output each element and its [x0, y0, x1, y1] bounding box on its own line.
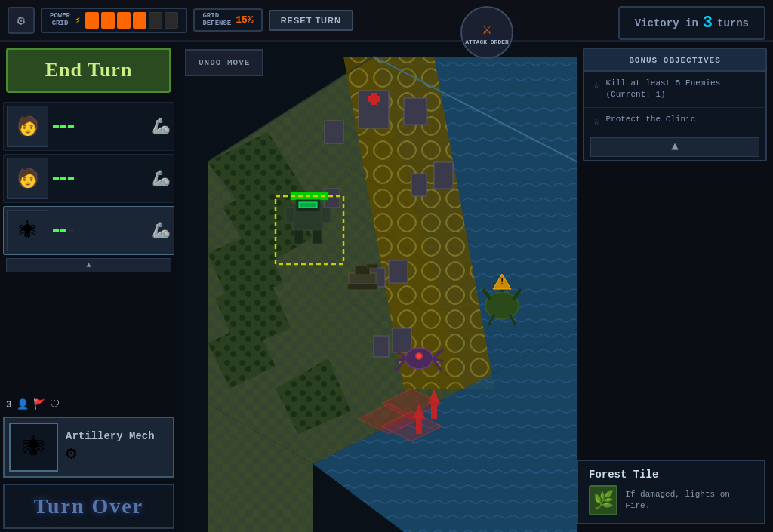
- svg-rect-35: [434, 162, 453, 189]
- unit-count-icon: 👤: [17, 398, 29, 411]
- svg-rect-56: [347, 284, 377, 290]
- attack-order-button[interactable]: ⚔ ATTACK ORDER: [460, 6, 513, 59]
- game-map[interactable]: !: [177, 42, 577, 532]
- svg-text:!: !: [499, 277, 504, 288]
- unit-shield-icon: 🛡: [50, 399, 60, 411]
- end-turn-button[interactable]: End Turn: [6, 48, 171, 93]
- iso-map-svg: !: [177, 42, 577, 532]
- unit-info-3: [53, 229, 147, 232]
- reset-turn-button[interactable]: RESET TURN: [269, 10, 353, 31]
- tile-description: If damaged, lights on Fire.: [625, 489, 753, 512]
- selected-unit-details: Artillery Mech ⚙: [66, 430, 155, 464]
- power-bar-3: [117, 12, 131, 29]
- tile-name: Forest Tile: [589, 469, 753, 481]
- objective-text-1: Kill at least 5 Enemies(Current: 1): [605, 78, 720, 101]
- dot: [60, 177, 66, 180]
- power-grid-label: POWERGRID: [50, 13, 70, 28]
- dot: [68, 177, 74, 180]
- unit-dots-3: [53, 229, 147, 232]
- left-panel: End Turn 🧑 🦾 🧑 🦾: [0, 42, 177, 532]
- power-bars: [85, 12, 178, 29]
- svg-rect-36: [411, 174, 427, 196]
- svg-rect-49: [294, 230, 303, 244]
- tile-info-row: 🌿 If damaged, lights on Fire.: [589, 485, 753, 515]
- dot: [53, 125, 59, 128]
- bonus-objectives-panel: Bonus Objectives ☆ Kill at least 5 Enemi…: [583, 48, 767, 161]
- objectives-scroll-up[interactable]: ▲: [590, 137, 759, 157]
- svg-rect-55: [367, 264, 377, 268]
- svg-rect-47: [285, 208, 294, 223]
- power-grid-panel: POWERGRID ⚡: [41, 8, 187, 33]
- unit-list-scroll-up[interactable]: ▲: [6, 258, 171, 272]
- unit-item-selected[interactable]: 🕷 🦾: [3, 206, 174, 255]
- undo-move-button[interactable]: UNDO MOVE: [185, 49, 263, 76]
- undo-move-label: UNDO MOVE: [199, 58, 250, 67]
- attack-order-icon: ⚔: [482, 20, 491, 38]
- defense-percentage: 15%: [236, 14, 253, 26]
- unit-flag-icon: 🚩: [33, 398, 45, 411]
- unit-info-2: [53, 177, 147, 180]
- objective-item-1: ☆ Kill at least 5 Enemies(Current: 1): [584, 72, 765, 108]
- dot: [68, 125, 74, 128]
- dot: [60, 229, 66, 232]
- map-canvas: !: [177, 42, 577, 532]
- unit-secondary-icon-2: 🦾: [152, 169, 171, 188]
- star-icon-1: ☆: [593, 78, 599, 91]
- dot: [53, 229, 59, 232]
- unit-info-1: [53, 125, 147, 128]
- right-panel: Bonus Objectives ☆ Kill at least 5 Enemi…: [577, 42, 773, 168]
- svg-rect-33: [404, 98, 427, 125]
- grid-defense-label: GRIDDEFENSE: [202, 13, 231, 28]
- dot: [68, 229, 74, 232]
- svg-point-66: [485, 292, 519, 319]
- power-bar-4: [133, 12, 146, 29]
- unit-counter-bar: 3 👤 🚩 🛡: [0, 395, 177, 414]
- dot: [53, 177, 59, 180]
- svg-rect-51: [299, 202, 317, 208]
- selected-unit-name: Artillery Mech: [66, 430, 155, 442]
- unit-portrait-2: 🧑: [7, 158, 48, 199]
- victory-suffix: turns: [717, 17, 749, 29]
- unit-secondary-icon-1: 🦾: [152, 117, 171, 136]
- selected-unit-type-icon: ⚙: [66, 444, 76, 464]
- tile-icon: 🌿: [593, 490, 614, 511]
- svg-rect-32: [371, 93, 377, 105]
- power-bar-6: [165, 12, 178, 29]
- tile-icon-box: 🌿: [589, 485, 617, 515]
- svg-rect-50: [313, 230, 322, 244]
- unit-count: 3: [6, 399, 12, 411]
- bonus-objectives-header: Bonus Objectives: [584, 49, 765, 72]
- svg-rect-48: [322, 208, 331, 223]
- objective-item-2: ☆ Protect the Clinic: [584, 108, 765, 134]
- turn-over-panel[interactable]: Turn Over: [3, 484, 174, 529]
- unit-portrait-1: 🧑: [7, 106, 48, 147]
- selected-unit-portrait: 🕷: [9, 423, 58, 472]
- unit-dots-1: [53, 125, 147, 128]
- unit-dots-2: [53, 177, 147, 180]
- victory-number: 3: [703, 14, 713, 32]
- power-bar-2: [101, 12, 115, 29]
- unit-portrait-3: 🕷: [7, 210, 48, 251]
- svg-point-65: [417, 354, 421, 358]
- star-icon-2: ☆: [593, 115, 599, 128]
- turn-over-label: Turn Over: [20, 494, 158, 518]
- unit-list: 🧑 🦾 🧑 🦾 🕷: [0, 99, 177, 395]
- svg-rect-39: [389, 260, 408, 283]
- bottom-left: 3 👤 🚩 🛡 🕷 Artillery Mech ⚙ Turn Over: [0, 395, 177, 532]
- settings-button[interactable]: ⚙: [8, 7, 35, 34]
- unit-item[interactable]: 🧑 🦾: [3, 102, 174, 151]
- selected-unit-panel: 🕷 Artillery Mech ⚙: [3, 417, 174, 478]
- dot: [60, 125, 66, 128]
- svg-rect-42: [374, 336, 389, 357]
- unit-item[interactable]: 🧑 🦾: [3, 154, 174, 203]
- power-bar-1: [85, 12, 99, 29]
- svg-rect-34: [325, 121, 343, 143]
- victory-panel: Victory in 3 turns: [618, 6, 765, 40]
- power-bar-5: [149, 12, 162, 29]
- attack-order-label: ATTACK ORDER: [465, 38, 509, 46]
- lightning-icon: ⚡: [75, 14, 81, 26]
- selected-unit-emoji: 🕷: [23, 434, 45, 461]
- bonus-objectives-title: Bonus Objectives: [629, 56, 721, 65]
- victory-prefix: Victory in: [635, 17, 698, 29]
- grid-defense-panel: GRIDDEFENSE 15%: [193, 8, 262, 32]
